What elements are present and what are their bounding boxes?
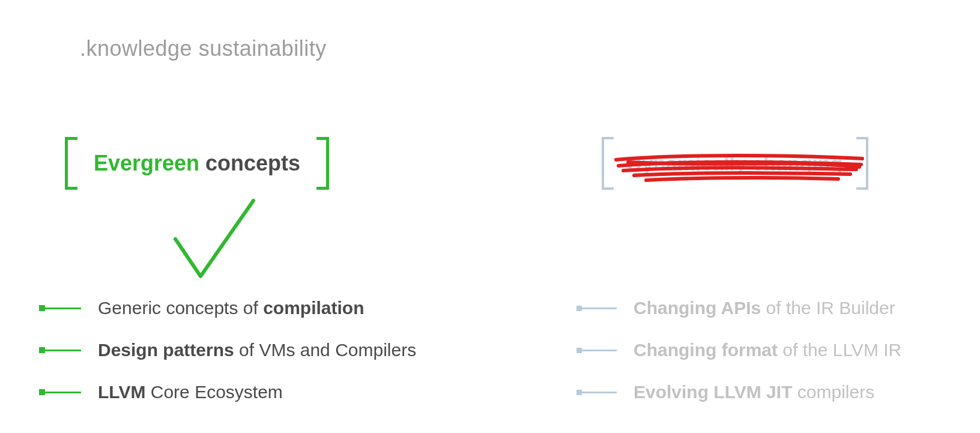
right-bullet-3: Evolving LLVM JIT compilers [576, 380, 874, 404]
right-bullet-2-text: Changing format of the LLVM IR [634, 340, 901, 360]
bullet-dash-icon [576, 348, 617, 353]
bullet-dash-icon [576, 306, 617, 311]
evergreen-box-label: Evergreen concepts [94, 151, 300, 176]
evergreen-box: Evergreen concepts [65, 137, 329, 190]
dynamic-box: Dynamically changing [602, 137, 868, 190]
slide-title: .knowledge sustainability [80, 36, 327, 61]
right-bullet-3-text: Evolving LLVM JIT compilers [634, 382, 874, 402]
bullet-dash-icon [576, 390, 617, 395]
right-bullet-2: Changing format of the LLVM IR [576, 338, 901, 362]
checkmark-icon [169, 193, 259, 283]
left-bullet-2-text: Design patterns of VMs and Compilers [98, 340, 416, 360]
right-bullet-1-text: Changing APIs of the IR Builder [634, 298, 895, 318]
left-bullet-3: LLVM Core Ecosystem [39, 380, 283, 404]
evergreen-box-highlight: Evergreen [94, 151, 199, 175]
left-bullet-1: Generic concepts of compilation [39, 296, 364, 320]
left-bullet-3-text: LLVM Core Ecosystem [98, 382, 283, 402]
slide: .knowledge sustainability Evergreen conc… [0, 0, 980, 433]
bullet-dash-icon [39, 305, 81, 311]
bullet-dash-icon [39, 347, 81, 353]
bullet-dash-icon [39, 389, 81, 395]
evergreen-box-rest: concepts [199, 151, 300, 175]
left-bullet-2: Design patterns of VMs and Compilers [39, 338, 416, 362]
right-bullet-1: Changing APIs of the IR Builder [576, 296, 895, 320]
left-bullet-1-text: Generic concepts of compilation [98, 298, 364, 318]
dynamic-box-label: Dynamically changing [628, 152, 843, 175]
